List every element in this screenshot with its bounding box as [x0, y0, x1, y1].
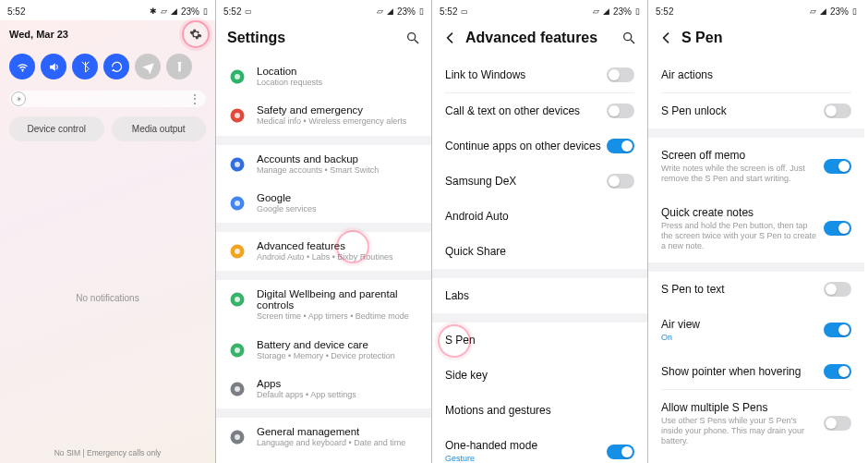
list-row[interactable]: Air viewOn [648, 307, 864, 354]
toggle[interactable] [824, 221, 851, 236]
media-output-button[interactable]: Media output [112, 116, 207, 141]
row-label: S Pen [445, 334, 634, 347]
toggle[interactable] [824, 364, 851, 379]
list-row[interactable]: Call & text on other devices [432, 93, 647, 128]
list-row[interactable]: Air actions [648, 57, 864, 92]
wifi-icon [16, 60, 30, 74]
settings-item-icon [229, 291, 246, 308]
settings-gear-button[interactable] [186, 24, 206, 44]
list-row[interactable]: S Pen [432, 323, 647, 358]
screen-quick-settings: 5:52 ✱ ▱ ◢ 23% ▯ Wed, Mar 23 ☀ ⋮ [0, 0, 216, 463]
highlight-ring [182, 20, 210, 48]
settings-item-subtitle: Storage • Memory • Device protection [257, 351, 420, 361]
svg-point-20 [235, 434, 240, 440]
svg-point-1 [408, 33, 416, 41]
row-sublabel: On [661, 333, 818, 343]
toggle[interactable] [607, 67, 634, 82]
svg-point-4 [235, 74, 240, 79]
list-row[interactable]: Quick create notesPress and hold the Pen… [648, 195, 864, 262]
settings-item[interactable]: Advanced featuresAndroid Auto • Labs • B… [216, 232, 431, 271]
qs-rotate-button[interactable] [103, 54, 129, 79]
list-row[interactable]: Keep S Pen connectedKeep your S Pen conn… [648, 457, 864, 463]
svg-point-8 [235, 162, 240, 167]
status-time: 5:52 [7, 6, 25, 17]
settings-item[interactable]: Battery and device careStorage • Memory … [216, 331, 431, 370]
qs-bluetooth-button[interactable] [72, 54, 98, 79]
bt-icon: ✱ [150, 7, 157, 16]
settings-item[interactable]: AppsDefault apps • App settings [216, 370, 431, 408]
status-bar: 5:52 ▭ ▱◢ 23% ▯ [216, 0, 431, 20]
toggle[interactable] [824, 159, 851, 174]
settings-item[interactable]: Digital Wellbeing and parental controlsS… [216, 280, 431, 330]
toggle[interactable] [824, 323, 851, 337]
list-row[interactable]: Allow multiple S PensUse other S Pens wh… [648, 390, 864, 457]
row-label: Air viewOn [661, 318, 824, 343]
settings-item-title: Digital Wellbeing and parental controls [257, 288, 420, 311]
settings-item[interactable]: GoogleGoogle services [216, 184, 431, 223]
settings-item-icon [229, 68, 246, 85]
brightness-more-icon[interactable]: ⋮ [189, 92, 200, 105]
settings-item-title: General management [257, 426, 420, 437]
toggle[interactable] [607, 445, 634, 459]
status-bar: 5:52 ▱◢ 23% ▯ [648, 0, 864, 20]
row-label: S Pen to text [661, 283, 824, 296]
toggle[interactable] [607, 139, 634, 153]
qs-wifi-button[interactable] [9, 54, 35, 79]
toggle[interactable] [824, 104, 851, 118]
toggle[interactable] [824, 282, 851, 297]
row-label: Call & text on other devices [445, 104, 607, 117]
list-row[interactable]: Screen off memoWrite notes while the scr… [648, 138, 864, 195]
list-row[interactable]: Labs [432, 278, 647, 313]
list-row[interactable]: S Pen to text [648, 272, 864, 307]
search-button[interactable] [405, 30, 420, 45]
svg-point-10 [235, 201, 240, 206]
row-label: Air actions [661, 68, 851, 81]
search-button[interactable] [621, 30, 636, 45]
settings-item-icon [229, 243, 246, 260]
row-sublabel: Gesture [445, 454, 602, 463]
settings-item-title: Google [257, 192, 420, 203]
brightness-knob[interactable]: ☀ [11, 91, 26, 106]
device-control-button[interactable]: Device control [9, 116, 104, 141]
qs-airplane-button[interactable] [135, 54, 161, 79]
list-row[interactable]: S Pen unlock [648, 93, 864, 128]
status-footer: No SIM | Emergency calls only [0, 445, 215, 463]
search-icon [405, 30, 420, 45]
list-row[interactable]: Continue apps on other devices [432, 128, 647, 164]
chevron-left-icon [659, 30, 674, 45]
brightness-slider[interactable]: ☀ ⋮ [9, 91, 206, 107]
settings-item-icon [229, 429, 246, 445]
toggle[interactable] [824, 416, 851, 431]
back-button[interactable] [443, 30, 458, 45]
settings-header: Settings [216, 20, 431, 57]
row-sublabel: Use other S Pens while your S Pen's insi… [661, 416, 818, 445]
settings-item-subtitle: Medical info • Wireless emergency alerts [257, 116, 420, 127]
settings-item[interactable]: Safety and emergencyMedical info • Wirel… [216, 96, 431, 135]
qs-sound-button[interactable] [41, 54, 66, 79]
back-button[interactable] [659, 30, 674, 45]
row-sublabel: Press and hold the Pen button, then tap … [661, 221, 818, 250]
row-label: Samsung DeX [445, 175, 607, 188]
toggle[interactable] [607, 174, 634, 189]
list-row[interactable]: Quick Share [432, 234, 647, 269]
settings-item[interactable]: LocationLocation requests [216, 57, 431, 96]
list-row[interactable]: Link to Windows [432, 57, 647, 92]
row-label: Show pointer when hovering [661, 365, 824, 378]
status-bar: 5:52 ✱ ▱ ◢ 23% ▯ [0, 0, 215, 20]
list-row[interactable]: Show pointer when hovering [648, 354, 864, 389]
settings-item[interactable]: General managementLanguage and keyboard … [216, 418, 431, 457]
list-row[interactable]: Samsung DeX [432, 164, 647, 199]
list-row[interactable]: One-handed modeGesture [432, 428, 647, 463]
page-title: Advanced features [465, 30, 597, 46]
list-row[interactable]: Motions and gestures [432, 393, 647, 428]
toggle[interactable] [607, 104, 634, 118]
svg-point-14 [235, 297, 240, 302]
settings-item-subtitle: Google services [257, 204, 420, 214]
qs-flashlight-button[interactable] [166, 54, 192, 79]
list-row[interactable]: Side key [432, 358, 647, 393]
list-row[interactable]: Android Auto [432, 199, 647, 234]
settings-item-subtitle: Language and keyboard • Date and time [257, 438, 420, 448]
settings-item[interactable]: Accounts and backupManage accounts • Sma… [216, 145, 431, 184]
row-label: Android Auto [445, 210, 634, 223]
settings-item-icon [229, 156, 246, 173]
